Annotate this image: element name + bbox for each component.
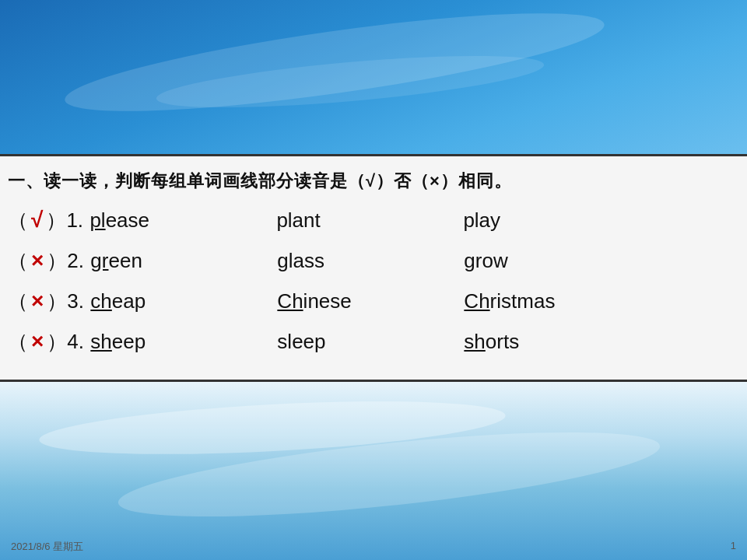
word3-row1: play	[463, 205, 500, 236]
word3-row2: grow	[464, 246, 507, 276]
word2-row2: glass	[277, 246, 464, 276]
checkmark-3: ×	[31, 285, 44, 317]
answer-2: （×）	[8, 244, 67, 277]
checkmark-1: √	[31, 204, 43, 236]
row-num-3: 3.	[67, 286, 90, 317]
word2-row3: Chinese	[277, 286, 464, 317]
section-title: 一、读一读，判断每组单词画线部分读音是（√）否（×）相同。	[8, 170, 731, 193]
background-top	[0, 0, 747, 163]
exercise-row-1: （√） 1. please plant play	[8, 204, 731, 236]
divider-top	[0, 154, 747, 156]
word1-row3: cheap	[90, 286, 277, 317]
checkmark-4: ×	[31, 325, 44, 358]
answer-4: （×）	[8, 325, 67, 358]
word1-row1: please	[89, 205, 276, 236]
word3-row3: Christmas	[464, 286, 555, 317]
footer-date: 2021/8/6 星期五	[11, 540, 83, 554]
answer-3: （×）	[8, 285, 67, 317]
word2-row4: sleep	[277, 327, 464, 357]
checkmark-2: ×	[31, 244, 44, 277]
answer-1: （√）	[8, 204, 66, 236]
exercise-row-2: （×） 2. green glass grow	[8, 244, 731, 277]
row-num-1: 1.	[66, 205, 89, 236]
divider-bottom	[0, 380, 747, 382]
content-area: 一、读一读，判断每组单词画线部分读音是（√）否（×）相同。 （√） 1. ple…	[0, 156, 747, 380]
exercise-row-4: （×） 4. sheep sleep shorts	[8, 325, 731, 358]
footer-page: 1	[731, 540, 736, 554]
word1-row2: green	[90, 246, 277, 276]
word2-row1: plant	[276, 205, 463, 236]
row-num-4: 4.	[67, 327, 90, 357]
word1-row4: sheep	[90, 327, 277, 357]
footer: 2021/8/6 星期五 1	[0, 540, 747, 554]
exercise-row-3: （×） 3. cheap Chinese Christmas	[8, 285, 731, 317]
title-text: 一、读一读，判断每组单词画线部分读音是（√）否（×）相同。	[8, 171, 512, 191]
row-num-2: 2.	[67, 246, 90, 276]
background-bottom	[0, 381, 747, 560]
word3-row4: shorts	[464, 327, 519, 357]
